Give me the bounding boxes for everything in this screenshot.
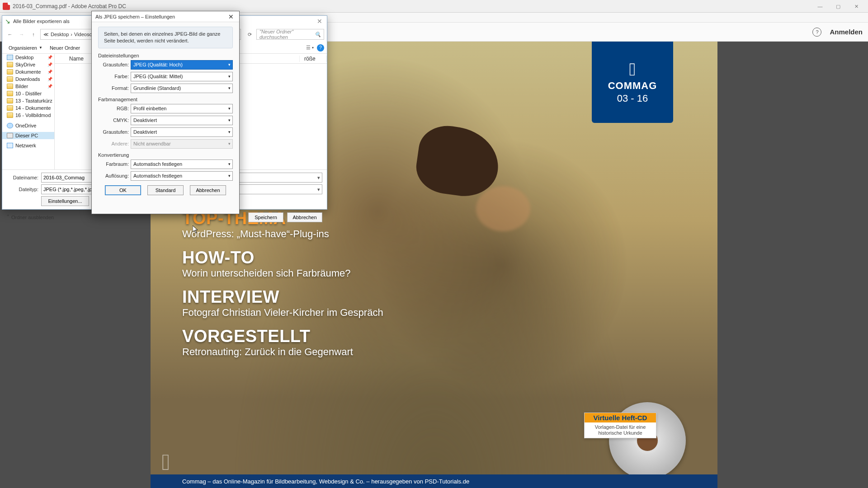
signin-link[interactable]: Anmelden: [830, 28, 863, 36]
col-size[interactable]: röße: [300, 56, 327, 62]
select-cmyk[interactable]: Deaktiviert: [131, 116, 233, 125]
sub-vorgestellt: Retronauting: Zurück in die Gegenwart: [182, 346, 383, 358]
select-graustufen2[interactable]: Deaktiviert: [131, 127, 233, 137]
sect-dateieinstellungen: Dateieinstellungen: [98, 53, 233, 58]
pin-icon: 📌: [47, 62, 52, 67]
butterfly-icon: 𓆤: [629, 60, 636, 78]
label-rgb: RGB:: [98, 106, 129, 111]
search-placeholder: "Neuer Ordner" durchsuchen: [259, 29, 315, 40]
jpeg-settings-dialog: Als JPEG speichern – Einstellungen ✕ Sei…: [91, 11, 240, 214]
nav-back-button[interactable]: ←: [5, 29, 15, 39]
tree-node-label: 14 - Dokumente: [15, 105, 51, 111]
pin-icon: 📌: [47, 55, 52, 60]
select-farbraum[interactable]: Automatisch festlegen: [131, 160, 233, 169]
headline-interview: INTERVIEW: [182, 287, 383, 307]
folder-icon: [7, 113, 13, 118]
tree-node[interactable]: 14 - Dokumente: [2, 104, 54, 112]
tree-node-label: 16 - Vollbildmod: [15, 113, 51, 118]
filename-label: Dateiname:: [7, 175, 38, 180]
save-dialog-close-icon[interactable]: ✕: [315, 18, 324, 25]
tree-node-label: Dieser PC: [15, 133, 38, 138]
chevron-down-icon: ▾: [317, 187, 320, 192]
tree-node[interactable]: 13 - Tastaturkürz: [2, 97, 54, 104]
crumb-desktop[interactable]: Desktop: [51, 32, 69, 37]
select-farbe[interactable]: JPEG (Qualität: Mittel): [131, 72, 233, 81]
cancel-button[interactable]: Abbrechen: [287, 212, 322, 222]
tree-node-label: Dokumente: [15, 69, 41, 75]
help-icon[interactable]: ?: [317, 44, 324, 52]
close-button[interactable]: ✕: [847, 1, 865, 11]
headline-vorgestellt: VORGESTELLT: [182, 327, 383, 346]
folder-icon: [7, 123, 13, 128]
save-button[interactable]: Speichern: [248, 212, 283, 222]
tree-node[interactable]: OneDrive: [2, 122, 54, 129]
folder-icon: [7, 55, 13, 60]
tree-node[interactable]: Desktop📌: [2, 54, 54, 61]
tree-node[interactable]: 16 - Vollbildmod: [2, 112, 54, 119]
minimize-button[interactable]: —: [811, 1, 829, 11]
organize-button[interactable]: Organisieren▼: [5, 44, 46, 52]
chevron-right-icon: ›: [71, 32, 72, 37]
maximize-button[interactable]: ▢: [829, 1, 847, 11]
sub-topthema: WordPress: „Must-have“-Plug-ins: [182, 228, 383, 240]
tree-node-label: 10 - Distiller: [15, 91, 42, 96]
butterfly-watermark-icon: 𓆤: [162, 449, 170, 475]
nav-forward-button[interactable]: →: [17, 29, 27, 39]
jpeg-dialog-close-icon[interactable]: ✕: [226, 12, 236, 21]
jpeg-dialog-title: Als JPEG speichern – Einstellungen: [95, 14, 175, 19]
window-title: 2016-03_Commag.pdf - Adobe Acrobat Pro D…: [13, 3, 126, 9]
headlines: TOP-THEMA WordPress: „Must-have“-Plug-in…: [182, 209, 383, 366]
nav-up-button[interactable]: ↑: [28, 29, 38, 39]
tree-node[interactable]: Downloads📌: [2, 75, 54, 83]
tree-node[interactable]: Dokumente📌: [2, 68, 54, 75]
chevron-down-icon: ▾: [317, 175, 320, 181]
label-farbraum: Farbraum:: [98, 161, 129, 167]
sect-farbmanagement: Farbmanagement: [98, 97, 233, 102]
headline-howto: HOW-TO: [182, 248, 383, 267]
select-aufloesung[interactable]: Automatisch festlegen: [131, 171, 233, 181]
tree-node[interactable]: 10 - Distiller: [2, 90, 54, 97]
app-icon: [3, 3, 10, 10]
newfolder-button[interactable]: Neuer Ordner: [46, 44, 84, 52]
chevron-up-icon: ˄: [7, 214, 9, 220]
chevron-down-icon: ▼: [39, 46, 42, 50]
pin-icon: 📌: [47, 84, 52, 89]
page-footer: Commag – das Online-Magazin für Bildbear…: [151, 474, 717, 488]
select-format[interactable]: Grundlinie (Standard): [131, 84, 233, 93]
folder-icon: [7, 69, 13, 75]
search-input[interactable]: "Neuer Ordner" durchsuchen 🔍: [256, 29, 324, 40]
folder-icon: [7, 76, 13, 82]
search-icon: 🔍: [315, 32, 321, 38]
select-andere: Nicht anwendbar: [131, 139, 233, 149]
cd-banner: Virtuelle Heft-CD Vorlagen-Datei für ein…: [584, 413, 656, 438]
folder-icon: [7, 98, 13, 103]
select-rgb[interactable]: Profil einbetten: [131, 104, 233, 113]
abbrechen-button[interactable]: Abbrechen: [190, 185, 226, 195]
select-graustufen[interactable]: JPEG (Qualität: Hoch): [131, 60, 233, 70]
tree-node-label: 13 - Tastaturkürz: [15, 98, 52, 103]
label-andere: Andere:: [98, 141, 129, 146]
tree-node[interactable]: SkyDrive📌: [2, 61, 54, 68]
tree-node[interactable]: Bilder📌: [2, 83, 54, 90]
sub-interview: Fotograf Christian Vieler-Kircher im Ges…: [182, 307, 383, 319]
folders-toggle[interactable]: ˄Ordner ausblenden: [7, 214, 54, 220]
tree-node[interactable]: Dieser PC: [2, 132, 54, 139]
tree-node[interactable]: Netzwerk: [2, 142, 54, 149]
export-icon: ↘: [5, 18, 10, 25]
breadcrumb-prefix: ≪: [43, 32, 49, 38]
cd-banner-title: Virtuelle Heft-CD: [585, 413, 656, 422]
standard-button[interactable]: Standard: [147, 185, 184, 195]
tree-node-label: OneDrive: [15, 123, 36, 128]
view-mode-button[interactable]: ☰▼: [306, 44, 314, 52]
sect-konvertierung: Konvertierung: [98, 152, 233, 158]
refresh-button[interactable]: ⟳: [245, 29, 255, 39]
label-graustufen2: Graustufen:: [98, 129, 129, 135]
settings-button[interactable]: Einstellungen...: [41, 196, 89, 206]
folder-tree[interactable]: Desktop📌SkyDrive📌Dokumente📌Downloads📌Bil…: [2, 54, 55, 169]
save-dialog-title-text: Alle Bilder exportieren als: [13, 19, 70, 24]
jpeg-dialog-titlebar: Als JPEG speichern – Einstellungen ✕: [92, 11, 239, 22]
help-icon[interactable]: ?: [812, 28, 821, 37]
pin-icon: 📌: [47, 70, 52, 74]
folder-icon: [7, 62, 13, 67]
ok-button[interactable]: OK: [105, 185, 141, 195]
